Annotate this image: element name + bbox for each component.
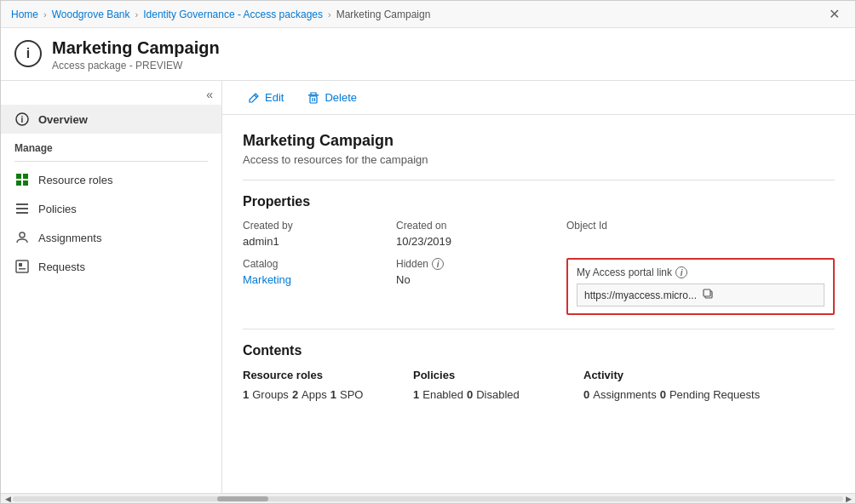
content-area: Edit Delete Marketing Campaign Access [222, 81, 855, 493]
svg-rect-2 [16, 174, 21, 179]
groups-label: Groups [252, 388, 289, 401]
spo-label: SPO [340, 388, 363, 401]
resource-roles-icon [14, 172, 30, 187]
sidebar-item-assignments[interactable]: Assignments [1, 223, 221, 252]
close-button[interactable]: ✕ [824, 4, 845, 24]
portal-link-input: https://myaccess.micro... [577, 284, 824, 306]
sidebar-divider [14, 161, 208, 162]
breadcrumb-sep-1: › [43, 9, 47, 20]
groups-count: 1 [243, 388, 249, 401]
page-subtitle-header: Access package - PREVIEW [52, 60, 220, 72]
manage-section-label: Manage [1, 134, 221, 158]
hidden-label-text: Hidden [396, 258, 428, 270]
hidden-value: No [396, 273, 566, 286]
svg-rect-14 [308, 94, 319, 96]
policies-icon [14, 201, 30, 216]
catalog-label: Catalog [243, 258, 396, 270]
content-body: Marketing Campaign Access to resources f… [222, 115, 855, 418]
edit-button[interactable]: Edit [243, 88, 289, 107]
prop-col-catalog: Catalog Marketing [243, 258, 396, 286]
properties-section-title: Properties [243, 194, 835, 209]
svg-point-9 [20, 232, 25, 238]
enabled-count: 1 [413, 388, 419, 401]
contents-policies-row: 1 Enabled 0 Disabled [413, 388, 583, 401]
sidebar-item-policies[interactable]: Policies [1, 194, 221, 223]
prop-col-object-id: Object Id [566, 220, 835, 248]
overview-label: Overview [38, 113, 88, 126]
breadcrumb-sep-2: › [135, 9, 139, 20]
contents-activity-title: Activity [583, 369, 835, 381]
svg-line-13 [255, 94, 257, 97]
created-by-value: admin1 [243, 235, 396, 248]
portal-info-icon[interactable]: i [675, 266, 687, 278]
spo-count: 1 [330, 388, 336, 401]
breadcrumb-current: Marketing Campaign [336, 9, 431, 20]
page-title: Marketing Campaign [52, 38, 220, 58]
prop-col-portal: My Access portal link i https://myaccess… [566, 258, 835, 315]
page-header: i Marketing Campaign Access package - PR… [1, 28, 855, 81]
svg-rect-11 [19, 263, 22, 266]
sidebar-item-resource-roles[interactable]: Resource roles [1, 165, 221, 194]
svg-rect-7 [16, 208, 28, 209]
enabled-label: Enabled [422, 388, 463, 401]
portal-link-label-text: My Access portal link [577, 266, 672, 278]
scroll-right-arrow[interactable]: ▶ [843, 495, 853, 503]
disabled-label: Disabled [476, 388, 520, 401]
contents-grid: Resource roles 1 Groups 2 Apps 1 SPO Pol… [243, 369, 835, 401]
policies-label: Policies [38, 203, 77, 215]
svg-rect-19 [704, 289, 710, 296]
breadcrumb: Home › Woodgrove Bank › Identity Governa… [11, 9, 430, 20]
breadcrumb-identity-governance[interactable]: Identity Governance - Access packages [143, 9, 323, 20]
contents-col-policies: Policies 1 Enabled 0 Disabled [413, 369, 583, 401]
prop-col-hidden: Hidden i No [396, 258, 566, 286]
sidebar-item-requests[interactable]: Requests [1, 252, 221, 281]
content-page-title: Marketing Campaign [243, 132, 835, 150]
delete-label: Delete [325, 91, 357, 104]
hidden-info-icon[interactable]: i [432, 258, 444, 270]
bottom-scrollbar[interactable]: ◀ ▶ [1, 493, 855, 503]
contents-col-activity: Activity 0 Assignments 0 Pending Request… [583, 369, 835, 401]
svg-rect-8 [16, 212, 28, 214]
content-page-subtitle: Access to resources for the campaign [243, 153, 835, 166]
catalog-value[interactable]: Marketing [243, 273, 396, 286]
apps-count: 2 [292, 388, 298, 401]
sidebar-item-overview[interactable]: i Overview [1, 105, 221, 134]
requests-icon [14, 259, 30, 274]
hidden-label: Hidden i [396, 258, 566, 270]
header-icon: i [14, 40, 42, 67]
assignments-activity-label: Assignments [593, 388, 656, 401]
apps-label: Apps [302, 388, 327, 401]
collapse-button[interactable]: « [206, 88, 213, 101]
breadcrumb-woodgrove[interactable]: Woodgrove Bank [52, 9, 130, 20]
contents-section-title: Contents [243, 343, 835, 358]
scrollbar-track[interactable] [13, 496, 843, 501]
svg-rect-15 [310, 96, 317, 103]
delete-button[interactable]: Delete [302, 88, 362, 107]
created-by-label: Created by [243, 220, 396, 232]
pending-count: 0 [660, 388, 666, 401]
requests-label: Requests [38, 261, 85, 273]
prop-col-created-by: Created by admin1 [243, 220, 396, 248]
assignments-label: Assignments [38, 232, 101, 244]
delete-icon [307, 92, 319, 104]
created-on-value: 10/23/2019 [396, 235, 566, 248]
contents-rr-row: 1 Groups 2 Apps 1 SPO [243, 388, 413, 401]
scroll-left-arrow[interactable]: ◀ [3, 495, 13, 503]
copy-icon[interactable] [702, 288, 714, 302]
svg-text:i: i [21, 115, 24, 124]
main-area: « i Overview Manage [1, 81, 855, 493]
assignments-count: 0 [583, 388, 589, 401]
object-id-label: Object Id [566, 220, 835, 232]
disabled-count: 0 [467, 388, 473, 401]
pending-label: Pending Requests [669, 388, 760, 401]
breadcrumb-home[interactable]: Home [11, 9, 38, 20]
svg-rect-4 [16, 180, 21, 186]
contents-policies-title: Policies [413, 369, 583, 381]
created-on-label: Created on [396, 220, 566, 232]
header-text: Marketing Campaign Access package - PREV… [52, 38, 220, 72]
top-bar: Home › Woodgrove Bank › Identity Governa… [1, 1, 855, 28]
properties-row-2: Catalog Marketing Hidden i No My A [243, 258, 835, 315]
contents-activity-row: 0 Assignments 0 Pending Requests [583, 388, 835, 401]
scrollbar-thumb[interactable] [217, 496, 268, 501]
portal-link-label: My Access portal link i [577, 266, 824, 278]
